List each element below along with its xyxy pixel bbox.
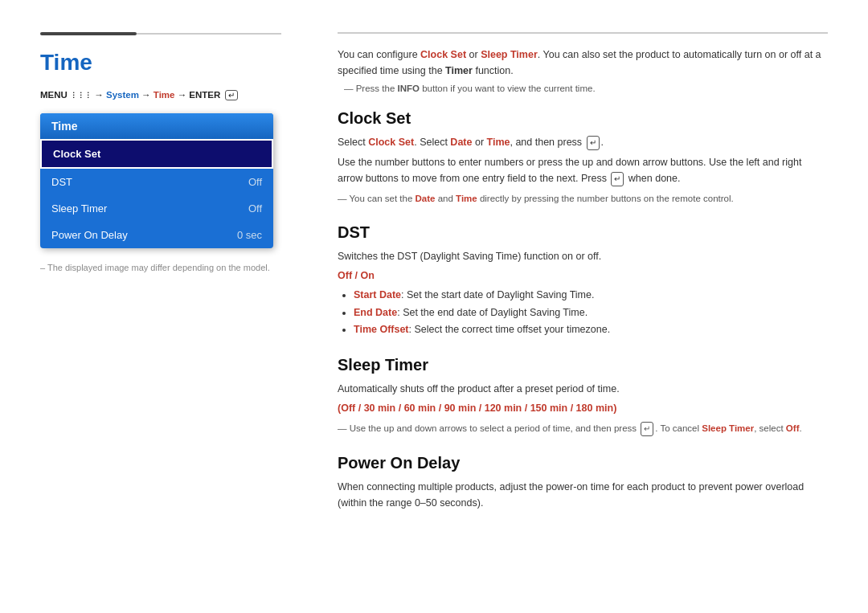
dst-label: DST bbox=[51, 176, 72, 188]
right-rule-line bbox=[338, 32, 828, 34]
sleep-timer-options: (Off / 30 min / 60 min / 90 min / 120 mi… bbox=[338, 400, 828, 416]
menu-icon-symbol: ⋮⋮⋮ bbox=[70, 90, 94, 100]
cs-date-ref: Date bbox=[450, 137, 472, 148]
sleep-timer-title: Sleep Timer bbox=[338, 356, 828, 374]
power-on-delay-body: When connecting multiple products, adjus… bbox=[338, 479, 828, 511]
section-sleep-timer: Sleep Timer Automatically shuts off the … bbox=[338, 356, 828, 436]
cs-time-ref: Time bbox=[487, 137, 510, 148]
intro-timer: Timer bbox=[445, 65, 473, 76]
time-link[interactable]: Time bbox=[154, 90, 175, 100]
cs-date-note: Date bbox=[416, 194, 436, 203]
clock-set-para2: Use the number buttons to enter numbers … bbox=[338, 154, 828, 186]
clock-set-label: Clock Set bbox=[53, 148, 100, 160]
dst-bullet-end: End Date: Set the end date of Daylight S… bbox=[354, 304, 828, 321]
section-power-on-delay: Power On Delay When connecting multiple … bbox=[338, 454, 828, 511]
dst-options: Off / On bbox=[338, 268, 828, 284]
cs-clock-set-ref: Clock Set bbox=[368, 137, 414, 148]
cs-time-note: Time bbox=[456, 194, 477, 203]
top-rule bbox=[40, 32, 281, 35]
system-link[interactable]: System bbox=[106, 90, 139, 100]
disclaimer: – The displayed image may differ dependi… bbox=[40, 263, 281, 272]
cs-enter-btn2: ↵ bbox=[611, 172, 624, 186]
power-on-delay-value: 0 sec bbox=[237, 229, 262, 241]
right-panel: You can configure Clock Set or Sleep Tim… bbox=[305, 0, 868, 613]
sleep-timer-subnote: Use the up and down arrows to select a p… bbox=[338, 421, 828, 436]
menu-widget-header: Time bbox=[40, 113, 273, 139]
section-dst: DST Switches the DST (Daylight Saving Ti… bbox=[338, 223, 828, 338]
power-on-delay-title: Power On Delay bbox=[338, 454, 828, 472]
sleep-timer-body: Automatically shuts off the product afte… bbox=[338, 381, 828, 436]
dst-bullet-list: Start Date: Set the start date of Daylig… bbox=[354, 287, 828, 338]
menu-item-dst[interactable]: DST Off bbox=[40, 169, 273, 195]
st-off-ref: Off bbox=[786, 423, 800, 433]
section-clock-set: Clock Set Select Clock Set. Select Date … bbox=[338, 109, 828, 206]
arrow3: → bbox=[178, 90, 187, 100]
menu-icon: ⋮⋮⋮ bbox=[70, 92, 92, 100]
clock-set-body: Select Clock Set. Select Date or Time, a… bbox=[338, 134, 828, 206]
menu-label: MENU bbox=[40, 90, 68, 100]
info-note: Press the INFO button if you want to vie… bbox=[338, 84, 828, 93]
clock-set-title: Clock Set bbox=[338, 109, 828, 128]
rule-light bbox=[137, 33, 281, 35]
time-offset-label: Time Offset bbox=[354, 324, 409, 335]
menu-item-sleep-timer[interactable]: Sleep Timer Off bbox=[40, 195, 273, 222]
enter-label: ENTER bbox=[189, 90, 220, 100]
arrow1: → bbox=[94, 90, 104, 100]
enter-icon: ↵ bbox=[225, 90, 238, 100]
power-on-delay-label: Power On Delay bbox=[51, 229, 128, 241]
menu-item-power-on-delay[interactable]: Power On Delay 0 sec bbox=[40, 222, 273, 248]
dst-body: Switches the DST (Daylight Saving Time) … bbox=[338, 248, 828, 338]
dst-bullet-start: Start Date: Set the start date of Daylig… bbox=[354, 287, 828, 304]
arrow2: → bbox=[141, 90, 151, 100]
clock-set-subnote: You can set the Date and Time directly b… bbox=[338, 191, 828, 206]
menu-path: MENU ⋮⋮⋮ → System → Time → ENTER ↵ bbox=[40, 90, 281, 100]
dst-bullet-offset: Time Offset: Select the correct time off… bbox=[354, 321, 828, 338]
menu-widget: Time Clock Set DST Off Sleep Timer Off P… bbox=[40, 113, 273, 248]
menu-item-clock-set[interactable]: Clock Set bbox=[40, 139, 273, 169]
sleep-timer-para1: Automatically shuts off the product afte… bbox=[338, 381, 828, 397]
clock-set-para1: Select Clock Set. Select Date or Time, a… bbox=[338, 134, 828, 150]
page-title: Time bbox=[40, 50, 281, 76]
st-sleep-timer-ref: Sleep Timer bbox=[702, 423, 754, 433]
dst-para1: Switches the DST (Daylight Saving Time) … bbox=[338, 248, 828, 264]
sleep-timer-label: Sleep Timer bbox=[51, 202, 107, 215]
page-container: Time MENU ⋮⋮⋮ → System → Time → ENTER ↵ … bbox=[0, 0, 868, 613]
end-date-label: End Date bbox=[354, 307, 397, 318]
left-panel: Time MENU ⋮⋮⋮ → System → Time → ENTER ↵ … bbox=[0, 0, 305, 613]
power-on-delay-para1: When connecting multiple products, adjus… bbox=[338, 479, 828, 511]
start-date-label: Start Date bbox=[354, 289, 401, 300]
sleep-timer-value: Off bbox=[248, 202, 262, 215]
cs-enter-btn1: ↵ bbox=[587, 136, 600, 150]
intro-text: You can configure Clock Set or Sleep Tim… bbox=[338, 47, 828, 79]
right-top-rule bbox=[338, 32, 828, 34]
rule-dark bbox=[40, 32, 137, 35]
dst-value: Off bbox=[248, 176, 262, 188]
intro-sleep-timer: Sleep Timer bbox=[481, 49, 538, 60]
intro-clock-set: Clock Set bbox=[420, 49, 466, 60]
dst-title: DST bbox=[338, 223, 828, 242]
st-enter-btn: ↵ bbox=[641, 422, 653, 436]
